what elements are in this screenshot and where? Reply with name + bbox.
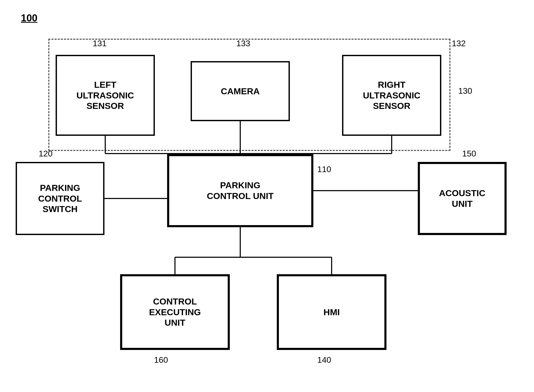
control-executing-unit-label: CONTROLEXECUTINGUNIT <box>149 296 201 328</box>
diagram: 100 130 LEFTULTRASONICSENSOR 131 CAMERA … <box>0 0 534 392</box>
ref-140: 140 <box>317 355 331 365</box>
ref-133: 133 <box>236 39 250 48</box>
parking-control-switch-label: PARKINGCONTROLSWITCH <box>38 183 82 214</box>
ref-132: 132 <box>452 39 466 48</box>
camera-label: CAMERA <box>221 86 260 97</box>
parking-control-unit-label: PARKINGCONTROL UNIT <box>207 180 274 201</box>
left-ultrasonic-sensor-box: LEFTULTRASONICSENSOR <box>56 55 155 136</box>
left-ultrasonic-label: LEFTULTRASONICSENSOR <box>77 79 134 111</box>
ref-131: 131 <box>93 39 107 48</box>
control-executing-unit-box: CONTROLEXECUTINGUNIT <box>120 274 230 350</box>
ref-110: 110 <box>317 165 331 174</box>
ref-150: 150 <box>462 149 476 159</box>
hmi-label: HMI <box>324 307 340 318</box>
parking-control-switch-box: PARKINGCONTROLSWITCH <box>16 162 104 235</box>
diagram-title: 100 <box>21 13 37 24</box>
right-ultrasonic-label: RIGHTULTRASONICSENSOR <box>363 79 420 111</box>
camera-box: CAMERA <box>191 61 290 121</box>
ref-160: 160 <box>154 355 168 365</box>
acoustic-unit-box: ACOUSTICUNIT <box>418 162 507 235</box>
hmi-box: HMI <box>277 274 386 350</box>
parking-control-unit-box: PARKINGCONTROL UNIT <box>167 154 313 227</box>
ref-120: 120 <box>39 149 52 159</box>
acoustic-unit-label: ACOUSTICUNIT <box>439 188 485 209</box>
ref-130: 130 <box>458 86 472 96</box>
right-ultrasonic-sensor-box: RIGHTULTRASONICSENSOR <box>342 55 441 136</box>
